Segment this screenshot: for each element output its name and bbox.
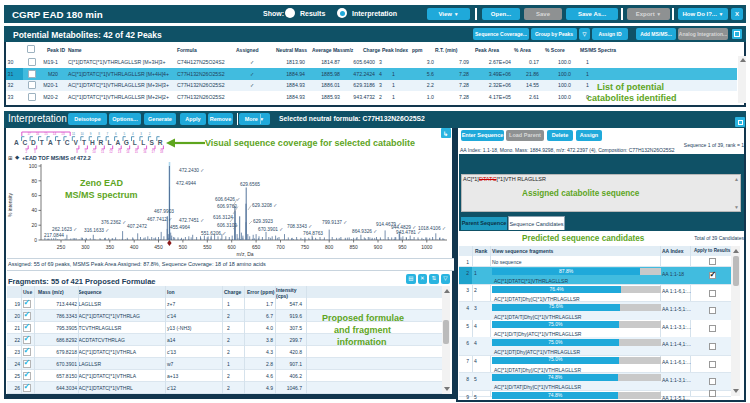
svg-text:700: 700 — [276, 244, 285, 250]
svg-text:950: 950 — [398, 244, 407, 250]
svg-text:550: 550 — [203, 244, 212, 250]
svg-text:350: 350 — [106, 244, 115, 250]
svg-text:850: 850 — [349, 244, 358, 250]
svg-text:616.3124: 616.3124 — [213, 215, 233, 220]
svg-text:551.6206 ✓: 551.6206 ✓ — [201, 231, 226, 236]
svg-text:% intensity: % intensity — [7, 192, 13, 217]
svg-text:944.4829 ✓: 944.4829 ✓ — [391, 225, 416, 230]
svg-text:750: 750 — [301, 244, 310, 250]
svg-text:60: 60 — [31, 192, 37, 198]
svg-text:m/z, Da: m/z, Da — [236, 251, 253, 257]
svg-text:455.4964: 455.4964 — [170, 225, 190, 230]
svg-text:472.2430 ✓: 472.2430 ✓ — [179, 168, 204, 173]
svg-text:606.3109: 606.3109 — [217, 223, 237, 228]
svg-text:650: 650 — [252, 244, 261, 250]
svg-text:300: 300 — [81, 244, 90, 250]
svg-text:20: 20 — [31, 222, 37, 228]
svg-text:606.6426 ✓: 606.6426 ✓ — [215, 197, 240, 202]
svg-text:800: 800 — [325, 244, 334, 250]
svg-text:629.3208 ✓: 629.3208 ✓ — [252, 203, 277, 208]
svg-text:1000: 1000 — [421, 244, 432, 250]
svg-text:472.7451 ✓: 472.7451 ✓ — [179, 218, 204, 223]
svg-text:407.2472: 407.2472 — [127, 224, 147, 229]
svg-text:250: 250 — [57, 244, 66, 250]
svg-text:467.9903: 467.9903 — [154, 209, 174, 214]
svg-text:864.9326 ✓: 864.9326 ✓ — [352, 229, 377, 234]
svg-text:316.1633 ✓: 316.1633 ✓ — [84, 228, 109, 233]
svg-text:262.1623 ✓: 262.1623 ✓ — [52, 227, 77, 232]
svg-text:472.4944: 472.4944 — [176, 181, 196, 186]
svg-text:600: 600 — [228, 244, 237, 250]
svg-text:670.3901 ✓: 670.3901 ✓ — [258, 227, 283, 232]
svg-text:629.6565: 629.6565 — [240, 182, 260, 187]
svg-text:943.4781 ✓: 943.4781 ✓ — [396, 230, 421, 235]
svg-text:629.3923: 629.3923 — [253, 219, 273, 224]
svg-text:40: 40 — [31, 207, 37, 213]
svg-text:1018.4106 ✓: 1018.4106 ✓ — [418, 226, 446, 231]
svg-text:400: 400 — [130, 244, 139, 250]
svg-text:708.3343 ✓: 708.3343 ✓ — [287, 224, 312, 229]
svg-text:500: 500 — [179, 244, 188, 250]
svg-text:100: 100 — [29, 163, 38, 169]
svg-text:217.0844: 217.0844 — [44, 233, 64, 238]
svg-text:799.9137 ✓: 799.9137 ✓ — [322, 220, 347, 225]
svg-text:0: 0 — [34, 237, 37, 243]
svg-text:467.7412 ✓: 467.7412 ✓ — [147, 217, 172, 222]
svg-text:80: 80 — [31, 178, 37, 184]
svg-text:606.9760: 606.9760 — [217, 204, 237, 209]
svg-text:450: 450 — [154, 244, 163, 250]
svg-text:376.2362 ✓: 376.2362 ✓ — [101, 220, 126, 225]
svg-text:900: 900 — [374, 244, 383, 250]
svg-text:764.8763: 764.8763 — [303, 231, 323, 236]
